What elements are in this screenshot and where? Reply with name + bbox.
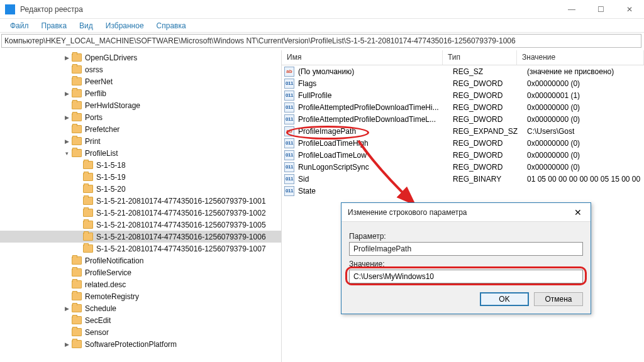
- tree-item[interactable]: ▶SoftwareProtectionPlatform: [0, 338, 281, 350]
- tree-twisty-icon: [63, 102, 70, 109]
- col-value[interactable]: Значение: [517, 50, 644, 65]
- close-button[interactable]: ✕: [615, 0, 644, 19]
- tree-item[interactable]: S-1-5-18: [0, 159, 281, 171]
- menu-file[interactable]: Файл: [4, 20, 35, 31]
- folder-icon: [72, 256, 82, 265]
- folder-icon: [83, 197, 93, 205]
- list-row[interactable]: 011ProfileAttemptedProfileDownloadTimeHi…: [282, 101, 644, 113]
- ok-button[interactable]: OK: [480, 292, 529, 306]
- menu-favorites[interactable]: Избранное: [99, 20, 150, 31]
- list-row[interactable]: 011ProfileLoadTimeLowREG_DWORD0x00000000…: [282, 149, 644, 161]
- tree-item-label: SecEdit: [85, 316, 111, 325]
- tree-item[interactable]: PerHwIdStorage: [0, 99, 281, 111]
- value-type: REG_SZ: [453, 67, 527, 76]
- tree-item[interactable]: ▶Perflib: [0, 87, 281, 99]
- tree-twisty-icon[interactable]: ▶: [63, 341, 70, 348]
- tree-item[interactable]: Prefetcher: [0, 123, 281, 135]
- folder-icon: [72, 125, 82, 133]
- tree-item[interactable]: RemoteRegistry: [0, 290, 281, 302]
- binary-value-icon: 011: [284, 150, 294, 160]
- col-type[interactable]: Тип: [443, 50, 517, 65]
- tree-item[interactable]: osrss: [0, 63, 281, 75]
- dialog-close-button[interactable]: ✕: [565, 203, 591, 222]
- value-data: 0x00000001 (1): [527, 91, 644, 100]
- value-name: State: [298, 187, 453, 195]
- folder-icon: [83, 233, 93, 241]
- tree-twisty-icon: [63, 329, 70, 336]
- value-name: ProfileAttemptedProfileDownloadTimeHi...: [298, 103, 453, 112]
- tree-item[interactable]: ▶Print: [0, 135, 281, 147]
- string-value-icon: ab: [284, 126, 294, 136]
- list-row[interactable]: 011FlagsREG_DWORD0x00000000 (0): [282, 77, 644, 89]
- horizontal-scrollbar[interactable]: [282, 352, 644, 362]
- cancel-button[interactable]: Отмена: [534, 292, 583, 306]
- tree-item[interactable]: S-1-5-21-20810174-477435016-1256079379-1…: [0, 219, 281, 231]
- tree-twisty-icon[interactable]: ▶: [63, 54, 70, 62]
- tree-item-label: S-1-5-19: [96, 173, 126, 182]
- maximize-button[interactable]: ☐: [586, 0, 615, 19]
- tree-item-label: ProfileService: [85, 268, 131, 277]
- list-row[interactable]: 011RunLogonScriptSyncREG_DWORD0x00000000…: [282, 161, 644, 173]
- tree-item[interactable]: S-1-5-21-20810174-477435016-1256079379-1…: [0, 195, 281, 207]
- tree-item[interactable]: ▶Schedule: [0, 302, 281, 314]
- value-name: ProfileAttemptedProfileDownloadTimeL...: [298, 115, 453, 124]
- tree-item[interactable]: S-1-5-21-20810174-477435016-1256079379-1…: [0, 243, 281, 255]
- tree-item[interactable]: ▶Ports: [0, 111, 281, 123]
- list-row[interactable]: 011State: [282, 185, 644, 197]
- tree-item[interactable]: SecEdit: [0, 314, 281, 326]
- folder-icon: [72, 65, 82, 74]
- tree-item-label: S-1-5-21-20810174-477435016-1256079379-1…: [96, 209, 266, 217]
- list-row[interactable]: 011SidREG_BINARY01 05 00 00 00 00 00 05 …: [282, 173, 644, 185]
- tree-item[interactable]: ProfileNotification: [0, 255, 281, 266]
- value-type: REG_BINARY: [453, 175, 527, 184]
- list-row[interactable]: abProfileImagePathREG_EXPAND_SZC:\Users\…: [282, 125, 644, 137]
- tree-item[interactable]: ▶OpenGLDrivers: [0, 52, 281, 63]
- string-value-icon: ab: [284, 67, 294, 77]
- tree-item-label: ProfileNotification: [85, 256, 143, 265]
- window-title: Редактор реестра: [20, 5, 557, 14]
- menu-edit[interactable]: Правка: [35, 20, 74, 31]
- list-header: Имя Тип Значение: [282, 50, 644, 65]
- tree-item[interactable]: related.desc: [0, 278, 281, 290]
- param-name-input[interactable]: [349, 242, 583, 256]
- tree-twisty-icon: [74, 197, 82, 205]
- tree-twisty-icon[interactable]: ▶: [63, 114, 70, 121]
- value-name: (По умолчанию): [298, 67, 453, 76]
- binary-value-icon: 011: [284, 114, 294, 124]
- value-data: 01 05 00 00 00 00 00 05 15 00 00: [527, 175, 644, 184]
- tree-twisty-icon[interactable]: ▶: [63, 90, 70, 97]
- tree-item-label: S-1-5-21-20810174-477435016-1256079379-1…: [96, 244, 266, 253]
- folder-icon: [72, 316, 82, 324]
- tree-item[interactable]: Sensor: [0, 326, 281, 338]
- list-row[interactable]: ab(По умолчанию)REG_SZ(значение не присв…: [282, 65, 644, 77]
- tree-item[interactable]: S-1-5-21-20810174-477435016-1256079379-1…: [0, 231, 281, 243]
- tree-item[interactable]: PeerNet: [0, 75, 281, 87]
- value-data: 0x00000000 (0): [527, 115, 644, 124]
- col-name[interactable]: Имя: [282, 50, 443, 65]
- list-row[interactable]: 011FullProfileREG_DWORD0x00000001 (1): [282, 89, 644, 101]
- value-input[interactable]: [349, 270, 583, 283]
- tree-item[interactable]: ProfileService: [0, 266, 281, 278]
- list-row[interactable]: 011ProfileLoadTimeHighREG_DWORD0x0000000…: [282, 137, 644, 149]
- tree-pane[interactable]: ▶OpenGLDriversosrssPeerNet▶PerflibPerHwI…: [0, 50, 282, 362]
- tree-item[interactable]: ▾ProfileList: [0, 147, 281, 159]
- menu-help[interactable]: Справка: [150, 20, 192, 31]
- tree-twisty-icon[interactable]: ▾: [63, 150, 70, 157]
- folder-icon: [72, 304, 82, 312]
- tree-item[interactable]: S-1-5-20: [0, 183, 281, 195]
- tree-twisty-icon[interactable]: ▶: [63, 138, 70, 145]
- tree-item[interactable]: S-1-5-21-20810174-477435016-1256079379-1…: [0, 207, 281, 219]
- menu-view[interactable]: Вид: [73, 20, 99, 31]
- tree-item[interactable]: S-1-5-19: [0, 171, 281, 183]
- value-name: ProfileImagePath: [298, 127, 453, 136]
- tree-item-label: ProfileList: [85, 149, 118, 158]
- tree-item-label: OpenGLDrivers: [85, 53, 137, 62]
- tree-item-label: PeerNet: [85, 77, 113, 86]
- list-row[interactable]: 011ProfileAttemptedProfileDownloadTimeL.…: [282, 113, 644, 125]
- tree-twisty-icon: [74, 185, 82, 193]
- tree-item-label: S-1-5-20: [96, 185, 126, 194]
- minimize-button[interactable]: —: [557, 0, 586, 19]
- address-bar[interactable]: Компьютер\HKEY_LOCAL_MACHINE\SOFTWARE\Mi…: [1, 34, 641, 48]
- folder-icon: [72, 280, 82, 288]
- tree-twisty-icon[interactable]: ▶: [63, 305, 70, 312]
